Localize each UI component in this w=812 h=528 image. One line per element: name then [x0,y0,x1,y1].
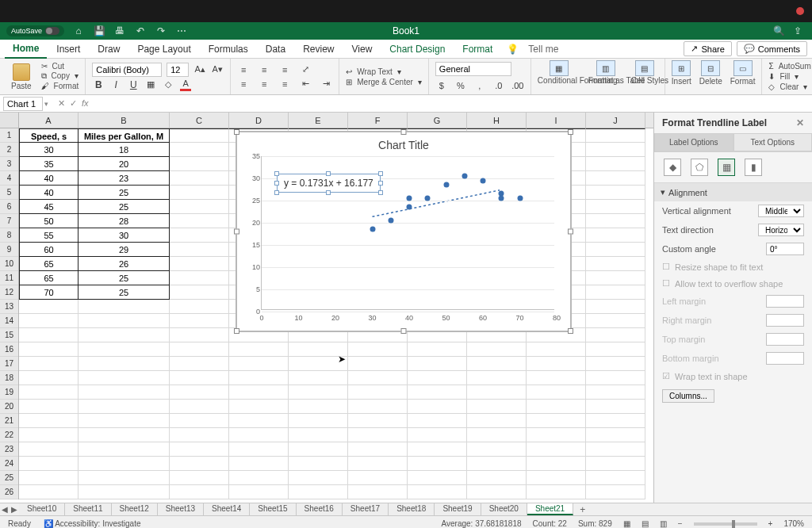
cell[interactable] [348,400,408,414]
tdir-select[interactable]: Horizontal [758,224,804,236]
row-header[interactable]: 13 [0,300,18,314]
cell[interactable]: 65 [19,257,79,271]
cell[interactable] [586,457,645,471]
cell[interactable] [229,371,289,385]
cell[interactable] [527,457,586,471]
cell[interactable]: 35 [19,157,79,171]
view-page-layout-icon[interactable]: ▤ [642,519,649,528]
data-point[interactable] [407,205,412,210]
cell[interactable]: 30 [19,143,79,157]
cell[interactable] [467,414,527,428]
cell[interactable] [348,357,408,371]
cell[interactable]: 65 [19,271,79,285]
view-page-break-icon[interactable]: ▥ [660,519,667,528]
cell[interactable]: 40 [19,171,79,186]
fill-color-button[interactable]: ◇ [162,78,174,91]
comma-icon[interactable]: , [473,79,486,92]
cell[interactable] [586,186,645,200]
cell[interactable] [170,214,229,228]
row-header[interactable]: 11 [0,271,18,285]
cell[interactable] [170,200,229,214]
cell[interactable] [289,414,348,428]
cell[interactable] [586,357,645,371]
cell[interactable] [586,485,645,499]
cell[interactable]: 25 [79,200,170,214]
row-header[interactable]: 18 [0,371,18,385]
decrease-font-icon[interactable]: A▾ [211,63,224,76]
cell[interactable]: 26 [79,257,170,271]
undo-icon[interactable]: ↶ [134,25,147,37]
data-point[interactable] [517,196,523,201]
cell[interactable] [170,314,229,328]
cell[interactable]: 25 [79,186,170,200]
cell[interactable] [586,285,645,300]
cell[interactable] [348,414,408,428]
cell[interactable] [170,285,229,300]
cell[interactable]: 28 [79,214,170,228]
sheet-tab[interactable]: Sheet13 [158,503,204,515]
col-header[interactable]: J [586,113,645,128]
cell[interactable] [170,328,229,342]
cell[interactable] [527,371,586,385]
cell[interactable] [170,243,229,257]
cell[interactable] [19,371,79,385]
wrap-text-button[interactable]: ↩ Wrap Text ▾ [346,67,422,76]
format-painter-button[interactable]: 🖌 Format [41,82,79,90]
cell[interactable] [19,385,79,400]
row-header[interactable]: 12 [0,285,18,300]
cell[interactable] [170,457,229,471]
row-header[interactable]: 3 [0,157,18,171]
clear-button[interactable]: ◇ Clear ▾ [768,82,812,91]
cell[interactable] [289,400,348,414]
effects-icon[interactable]: ⬠ [691,159,708,176]
cell[interactable] [467,357,527,371]
italic-button[interactable]: I [109,78,122,91]
cell[interactable] [586,243,645,257]
cell[interactable] [527,414,586,428]
cell[interactable] [79,314,170,328]
col-header[interactable]: I [527,113,586,128]
font-color-button[interactable]: A [179,78,192,91]
angle-input[interactable] [766,243,804,255]
row-header[interactable]: 21 [0,414,18,428]
cell[interactable] [79,357,170,371]
cell[interactable] [229,385,289,400]
formula-input[interactable] [97,97,812,111]
tab-formulas[interactable]: Formulas [201,40,256,58]
cell[interactable] [348,442,408,457]
cell[interactable] [170,257,229,271]
close-window-icon[interactable] [796,7,804,15]
data-point[interactable] [462,174,467,179]
row-header[interactable]: 5 [0,186,18,200]
cell[interactable]: 23 [79,171,170,186]
chart-object[interactable]: Chart Title 0510152025303501020304050607… [236,132,571,331]
cell[interactable]: 25 [79,285,170,300]
cell[interactable] [19,485,79,499]
cell[interactable] [586,171,645,186]
fill-button[interactable]: ⬇ Fill ▾ [768,72,812,81]
cell[interactable] [408,428,467,442]
cell[interactable] [408,385,467,400]
row-header[interactable]: 25 [0,471,18,485]
name-box[interactable] [3,97,43,111]
cell[interactable] [170,128,229,143]
cell[interactable] [170,186,229,200]
cell[interactable] [586,385,645,400]
sheet-tab[interactable]: Sheet10 [19,503,65,515]
cell[interactable] [229,471,289,485]
redo-icon[interactable]: ↷ [155,25,167,37]
tab-draw[interactable]: Draw [90,40,128,58]
increase-font-icon[interactable]: A▴ [193,63,206,76]
cell[interactable] [467,371,527,385]
cell[interactable] [19,442,79,457]
enter-formula-icon[interactable]: ✓ [70,98,77,109]
cell[interactable] [229,442,289,457]
cell[interactable] [19,342,79,357]
cell[interactable]: 29 [79,243,170,257]
sheet-tab[interactable]: Sheet14 [204,503,250,515]
cell[interactable] [527,442,586,457]
cell[interactable] [408,400,467,414]
data-point[interactable] [481,178,486,183]
cell[interactable] [527,428,586,442]
cell[interactable] [170,171,229,186]
